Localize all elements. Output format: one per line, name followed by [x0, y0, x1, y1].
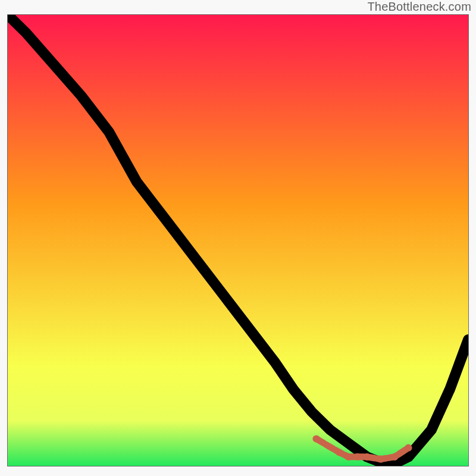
gradient-background	[8, 15, 468, 466]
attribution-label: TheBottleneck.com	[367, 0, 471, 14]
chart-svg	[8, 15, 468, 466]
plot-area	[7, 14, 469, 466]
optimal-dot	[354, 453, 361, 461]
optimal-dot	[405, 444, 412, 452]
chart-container: TheBottleneck.com	[0, 0, 476, 476]
optimal-dot	[336, 449, 343, 456]
optimal-dot	[345, 453, 352, 461]
optimal-dot	[391, 453, 398, 461]
optimal-dot	[312, 435, 320, 442]
optimal-dot	[377, 456, 384, 463]
optimal-dot	[364, 453, 371, 461]
